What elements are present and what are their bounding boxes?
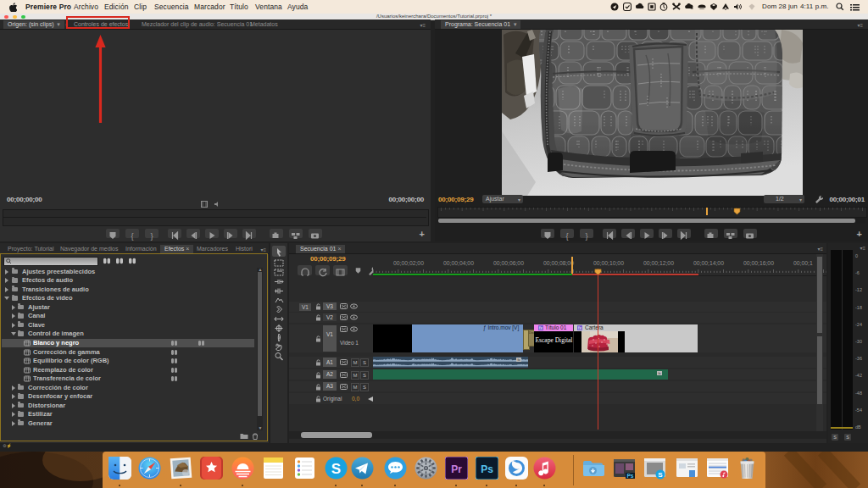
svg-text:Ps: Ps (481, 463, 493, 475)
svg-text:Pr: Pr (451, 463, 462, 475)
svg-text:Ps: Ps (626, 473, 633, 479)
svg-text:}: } (585, 231, 587, 241)
svg-text:S: S (658, 471, 663, 479)
svg-text:{: { (131, 231, 133, 241)
svg-text:{: { (565, 231, 568, 241)
svg-text:S: S (331, 461, 340, 477)
svg-text:}: } (150, 231, 153, 241)
